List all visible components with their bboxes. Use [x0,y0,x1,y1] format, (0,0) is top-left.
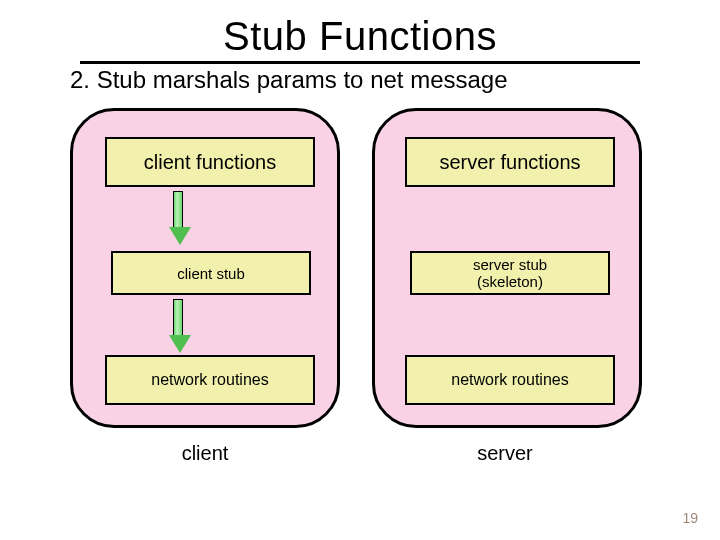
client-functions-label: client functions [144,151,276,174]
server-stub-label-1: server stub [473,256,547,273]
page-number: 19 [682,510,698,526]
server-functions-box: server functions [405,137,615,187]
server-capsule: server functions server stub (skeleton) … [372,108,642,428]
server-stub-box: server stub (skeleton) [410,251,610,295]
client-stub-box: client stub [111,251,311,295]
server-stub-label-2: (skeleton) [477,273,543,290]
server-network-box: network routines [405,355,615,405]
arrow-client-stub-to-network [169,299,187,353]
client-functions-box: client functions [105,137,315,187]
slide-subtitle: 2. Stub marshals params to net message [0,66,720,94]
client-stub-label: client stub [177,265,245,282]
server-network-label: network routines [451,371,568,389]
server-functions-label: server functions [439,151,580,174]
server-caption: server [450,442,560,465]
client-network-box: network routines [105,355,315,405]
diagram-stage: client functions client stub network rou… [0,94,720,514]
arrow-client-functions-to-stub [169,191,187,245]
client-capsule: client functions client stub network rou… [70,108,340,428]
client-network-label: network routines [151,371,268,389]
title-underline [80,61,640,64]
client-caption: client [150,442,260,465]
slide-title: Stub Functions [0,0,720,59]
